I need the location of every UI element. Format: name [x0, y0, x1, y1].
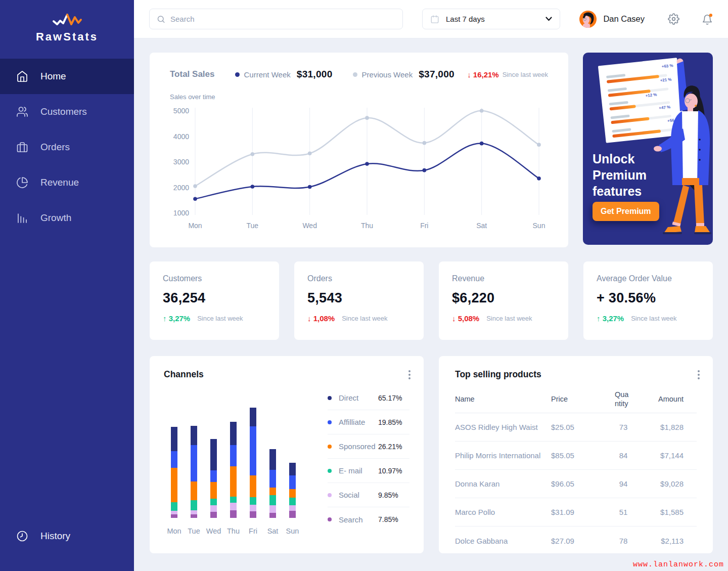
stat-title: Revenue: [452, 274, 555, 283]
gear-icon[interactable]: [668, 13, 679, 25]
legend-label: Direct: [339, 393, 378, 402]
bar-segment-sponsored: [269, 488, 276, 495]
column-header: Name: [455, 395, 551, 403]
stat-value: 36,254: [163, 290, 266, 306]
sidebar-item-label: Customers: [40, 106, 87, 117]
sidebar-item-customers[interactable]: Customers: [0, 94, 134, 129]
legend-value: 26.21%: [378, 443, 410, 451]
table-row[interactable]: ASOS Ridley High Waist$25.0573$1,828: [455, 413, 697, 442]
sidebar-item-growth[interactable]: Growth: [0, 200, 134, 236]
premium-card: +63 %+21 %+12 %+47 %+56 %: [583, 53, 713, 245]
legend-label: Previous Week: [362, 70, 413, 79]
table-row[interactable]: Marco Pollo$31.0951$1,585: [455, 498, 697, 526]
bar-axis-label: Sat: [269, 527, 276, 535]
table-row[interactable]: Donna Karan$96.0594$9,028: [455, 470, 697, 498]
get-premium-button[interactable]: Get Premium: [593, 202, 659, 221]
product-name: Donna Karan: [455, 479, 551, 488]
app-name: RawStats: [36, 30, 98, 43]
legend-value: 9.85%: [378, 491, 410, 499]
sidebar-item-label: History: [40, 531, 70, 542]
svg-text:Tue: Tue: [247, 222, 259, 230]
bar-segment-sponsored: [250, 475, 256, 497]
stat-card-revenue: Revenue$6,220↓ 5,08%Since last week: [439, 261, 568, 340]
stat-delta: ↓ 1,08%: [307, 314, 335, 323]
svg-text:Mon: Mon: [188, 222, 202, 230]
arrow-down-icon: ↓: [307, 314, 311, 323]
stat-delta: ↑ 3,27%: [597, 314, 624, 323]
product-amount: $7,144: [643, 451, 697, 460]
table-row[interactable]: Philip Morris International$85.0584$7,14…: [455, 442, 697, 470]
product-quantity: 84: [604, 451, 643, 460]
legend-label: Affilliate: [339, 418, 378, 426]
rawstats-logo-icon: [52, 10, 83, 28]
product-amount: $9,028: [643, 479, 697, 488]
svg-text:Fri: Fri: [420, 222, 428, 230]
sidebar-item-home[interactable]: Home: [0, 59, 134, 94]
sidebar: RawStats HomeCustomersOrdersRevenueGrowt…: [0, 0, 134, 571]
column-header: Quantity: [604, 390, 643, 408]
arrow-up-icon: ↑: [163, 314, 167, 323]
channel-bar-sun: [289, 463, 296, 518]
bar-segment-search: [289, 511, 296, 518]
sidebar-item-history[interactable]: History: [0, 518, 134, 554]
svg-text:Sat: Sat: [476, 222, 487, 230]
svg-text:4000: 4000: [173, 133, 189, 141]
legend-value: 65.17%: [378, 394, 410, 402]
kebab-menu-icon[interactable]: [695, 367, 703, 382]
date-range-select[interactable]: Last 7 days: [422, 9, 560, 29]
sidebar-item-label: Home: [40, 71, 66, 82]
kebab-menu-icon[interactable]: [405, 367, 414, 382]
channels-bar-labels: MonTueWedThuFriSatSun: [171, 527, 309, 535]
bell-icon[interactable]: [702, 13, 713, 25]
product-price: $31.09: [551, 508, 604, 516]
product-name: ASOS Ridley High Waist: [455, 423, 551, 431]
bar-segment-affilliate: [171, 451, 177, 468]
stat-value: + 30.56%: [597, 290, 700, 306]
customers-icon: [16, 106, 28, 118]
bar-segment-sponsored: [210, 482, 217, 499]
sidebar-item-orders[interactable]: Orders: [0, 129, 134, 165]
home-icon: [16, 70, 28, 82]
products-card: Top selling products Name Price Quantity…: [439, 356, 713, 553]
arrow-down-icon: ↓: [452, 314, 456, 323]
table-row[interactable]: Dolce Gabbana$27.0978$2,113: [455, 526, 697, 555]
search-box[interactable]: [149, 9, 403, 29]
channels-legend: Direct65.17%Affilliate19.85%Sponsored26.…: [328, 386, 410, 535]
legend-value: 19.85%: [378, 418, 410, 426]
revenue-icon: [16, 177, 28, 189]
legend-value: 7.85%: [378, 515, 410, 523]
legend-label: Current Week: [244, 70, 291, 79]
main-content: Total Sales Current Week $31,000 Previou…: [150, 53, 713, 553]
legend-previous-week: Previous Week $37,000: [353, 69, 454, 80]
column-header: Amount: [643, 395, 697, 403]
total-sales-card: Total Sales Current Week $31,000 Previou…: [150, 53, 568, 247]
channels-legend-row-search: Search7.85%: [328, 507, 410, 532]
bar-segment-direct: [250, 408, 256, 426]
orders-icon: [16, 141, 28, 153]
products-table-header: Name Price Quantity Amount: [455, 390, 697, 413]
bar-segment-search: [210, 512, 217, 518]
sidebar-item-revenue[interactable]: Revenue: [0, 165, 134, 200]
product-name: Marco Pollo: [455, 508, 551, 516]
product-amount: $2,113: [643, 537, 697, 545]
date-range-value: Last 7 days: [446, 15, 485, 23]
bar-segment-email: [289, 498, 296, 505]
avatar[interactable]: [579, 11, 597, 28]
products-table: Name Price Quantity Amount ASOS Ridley H…: [455, 390, 697, 555]
channels-legend-row-social: Social9.85%: [328, 483, 410, 507]
legend-label: Search: [339, 515, 378, 524]
bar-segment-sponsored: [289, 489, 296, 498]
product-quantity: 73: [604, 423, 643, 431]
bar-segment-social: [191, 510, 197, 514]
channels-legend-row-sponsored: Sponsored26.21%: [328, 434, 410, 459]
bar-segment-affilliate: [250, 426, 256, 475]
channels-legend-row-affilliate: Affilliate19.85%: [328, 410, 410, 434]
stat-note: Since last week: [486, 315, 532, 322]
search-input[interactable]: [170, 15, 395, 23]
product-price: $25.05: [551, 423, 604, 431]
bar-segment-affilliate: [230, 445, 237, 466]
bar-segment-social: [230, 503, 237, 510]
current-week-dot: [235, 72, 240, 77]
arrow-down-icon: ↓: [467, 70, 471, 79]
legend-dot: [328, 469, 332, 473]
